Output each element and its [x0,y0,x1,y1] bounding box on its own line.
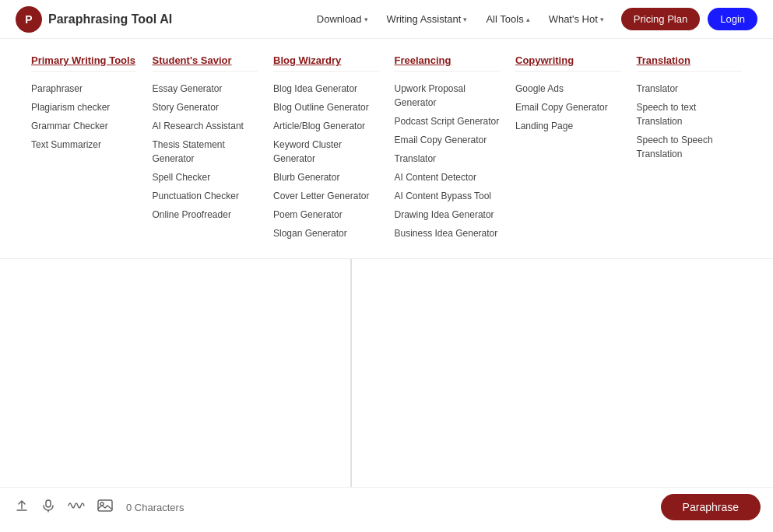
menu-item-ai-detector[interactable]: AI Content Detector [395,168,501,187]
menu-item-story[interactable]: Story Generator [153,98,258,117]
chevron-down-icon: ▾ [600,16,604,23]
nav-links: Download ▾ Writing Assistant ▾ All Tools… [309,8,757,30]
menu-item-grammar[interactable]: Grammar Checker [31,117,137,135]
menu-item-blog-idea[interactable]: Blog Idea Generator [273,79,379,98]
mega-col-translation-title: Translation [637,54,743,72]
svg-rect-5 [46,500,51,507]
menu-item-punctuation[interactable]: Punctuation Checker [153,187,258,205]
mega-col-student-title: Student's Savior [153,54,258,72]
mega-col-primary: Primary Writing Tools Paraphraser Plagia… [23,54,145,243]
char-count: 0 Characters [126,502,184,513]
mega-col-primary-title: Primary Writing Tools [31,54,137,72]
menu-item-thesis[interactable]: Thesis Statement Generator [153,135,258,168]
mega-col-translation: Translation Translator Speech to text Tr… [629,54,750,243]
menu-item-poem[interactable]: Poem Generator [273,205,379,224]
svg-rect-7 [98,500,112,511]
menu-item-article[interactable]: Article/Blog Generator [273,117,379,135]
chevron-down-icon: ▾ [364,16,368,23]
mega-col-copywriting: Copywriting Google Ads Email Copy Genera… [508,54,629,243]
upload-button[interactable] [12,496,31,518]
menu-item-summarizer[interactable]: Text Summarizer [31,135,137,154]
menu-item-essay[interactable]: Essay Generator [153,79,258,98]
menu-item-translator[interactable]: Translator [395,149,501,168]
menu-item-spell[interactable]: Spell Checker [153,168,258,187]
menu-item-ai-bypass[interactable]: AI Content Bypass Tool [395,187,501,205]
mic-button[interactable] [39,496,58,518]
bottom-bar: 0 Characters Paraphrase [0,487,773,527]
menu-item-podcast[interactable]: Podcast Script Generator [395,112,501,131]
chevron-down-icon: ▴ [526,16,530,23]
mega-col-blog-title: Blog Wizardry [273,54,379,72]
mega-col-freelancing-title: Freelancing [395,54,501,72]
mega-col-student: Student's Savior Essay Generator Story G… [145,54,266,243]
mega-menu: Primary Writing Tools Paraphraser Plagia… [0,39,773,259]
nav-download[interactable]: Download ▾ [309,9,376,30]
menu-item-business[interactable]: Business Idea Generator [395,224,501,243]
menu-item-email-copy2[interactable]: Email Copy Generator [515,98,621,117]
wave-button[interactable] [65,496,87,518]
menu-item-blurb[interactable]: Blurb Generator [273,168,379,187]
navbar: P Paraphrasing Tool AI Download ▾ Writin… [0,0,773,39]
menu-item-drawing[interactable]: Drawing Idea Generator [395,205,501,224]
mega-col-blog: Blog Wizardry Blog Idea Generator Blog O… [265,54,387,243]
menu-item-plagiarism[interactable]: Plagiarism checker [31,98,137,117]
mega-col-copywriting-title: Copywriting [515,54,621,72]
menu-item-cover[interactable]: Cover Letter Generator [273,187,379,205]
menu-item-landing[interactable]: Landing Page [515,117,621,135]
menu-item-research[interactable]: AI Research Assistant [153,117,258,135]
paraphrase-button[interactable]: Paraphrase [661,494,761,520]
nav-all-tools[interactable]: All Tools ▴ [478,9,537,30]
menu-item-keyword[interactable]: Keyword Cluster Generator [273,135,379,168]
logo-text: Paraphrasing Tool AI [48,12,172,26]
image-button[interactable] [95,496,115,518]
menu-item-speech-text[interactable]: Speech to text Translation [637,98,743,131]
menu-item-translator2[interactable]: Translator [637,79,743,98]
chevron-down-icon: ▾ [463,16,467,23]
pricing-plan-button[interactable]: Pricing Plan [621,8,700,30]
mega-col-freelancing: Freelancing Upwork Proposal Generator Po… [387,54,508,243]
menu-item-upwork[interactable]: Upwork Proposal Generator [395,79,501,112]
menu-item-google-ads[interactable]: Google Ads [515,79,621,98]
menu-item-email-copy[interactable]: Email Copy Generator [395,131,501,149]
nav-writing-assistant[interactable]: Writing Assistant ▾ [379,9,476,30]
menu-item-speech-speech[interactable]: Speech to Speech Translation [637,131,743,163]
menu-item-paraphraser[interactable]: Paraphraser [31,79,137,98]
logo-icon: P [16,6,42,33]
menu-item-proofreader[interactable]: Online Proofreader [153,205,258,224]
nav-whats-hot[interactable]: What's Hot ▾ [541,9,612,30]
menu-item-blog-outline[interactable]: Blog Outline Generator [273,98,379,117]
login-button[interactable]: Login [708,8,757,30]
menu-item-slogan[interactable]: Slogan Generator [273,224,379,243]
logo: P Paraphrasing Tool AI [16,6,172,33]
